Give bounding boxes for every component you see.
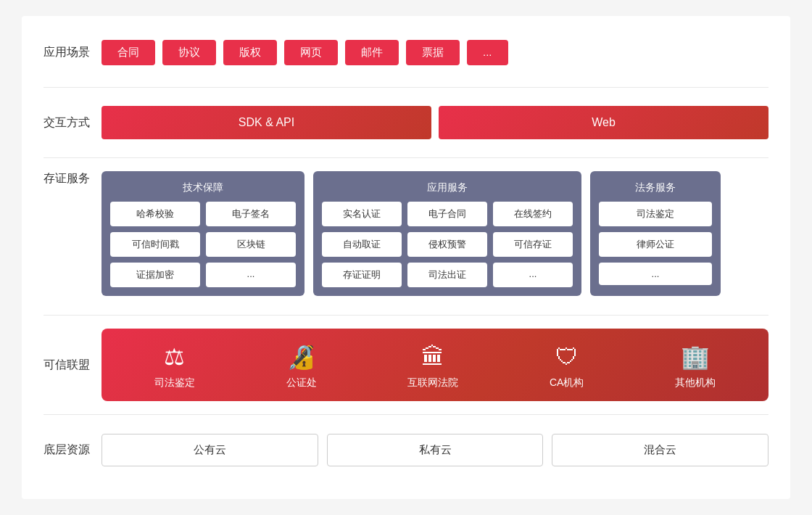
panel-cell: 司法鉴定: [599, 202, 712, 226]
panel-title: 技术保障: [110, 181, 296, 194]
alliance-item: 🔏公证处: [286, 343, 317, 390]
storage-panel-app: 应用服务实名认证电子合同在线签约自动取证侵权预警可信存证存证证明司法出证...: [313, 171, 581, 296]
panel-cell: ...: [599, 263, 712, 285]
resource-label: 底层资源: [44, 442, 102, 458]
scene-tag: ...: [467, 40, 508, 65]
main-diagram: 应用场景 合同协议版权网页邮件票据... 交互方式 SDK & APIWeb 存…: [22, 16, 790, 499]
panel-cell: 电子签名: [206, 202, 296, 226]
storage-label: 存证服务: [44, 171, 102, 186]
panel-cell: 律师公证: [599, 232, 712, 257]
alliance-box: ⚖司法鉴定🔏公证处🏛互联网法院🛡CA机构🏢其他机构: [102, 329, 768, 401]
scene-tag: 票据: [406, 40, 460, 65]
alliance-row: 可信联盟 ⚖司法鉴定🔏公证处🏛互联网法院🛡CA机构🏢其他机构: [44, 329, 768, 401]
panel-cell: 可信存证: [493, 232, 573, 257]
interact-label: 交互方式: [44, 115, 102, 131]
storage-row: 存证服务 技术保障哈希校验电子签名可信时间戳区块链证据加密...应用服务实名认证…: [44, 171, 768, 302]
panel-cell: 司法出证: [407, 263, 487, 287]
alliance-icon: 🏢: [681, 343, 710, 371]
alliance-item-label: 其他机构: [675, 376, 716, 390]
alliance-icon: 🏛: [421, 344, 444, 371]
alliance-item-label: CA机构: [550, 376, 584, 390]
panel-grid: 司法鉴定律师公证...: [599, 202, 712, 285]
resource-item: 混合云: [552, 434, 768, 466]
interact-options: SDK & APIWeb: [102, 106, 768, 139]
scene-tag: 合同: [102, 40, 155, 65]
panel-cell: 哈希校验: [110, 202, 200, 226]
panel-cell: 侵权预警: [407, 232, 487, 257]
resource-item: 公有云: [102, 434, 318, 466]
scene-tag: 邮件: [345, 40, 399, 65]
storage-content: 技术保障哈希校验电子签名可信时间戳区块链证据加密...应用服务实名认证电子合同在…: [102, 171, 768, 296]
alliance-item-label: 司法鉴定: [154, 376, 195, 390]
panel-grid: 哈希校验电子签名可信时间戳区块链证据加密...: [110, 202, 296, 287]
resource-item: 私有云: [327, 434, 544, 466]
storage-panel-tech: 技术保障哈希校验电子签名可信时间戳区块链证据加密...: [102, 171, 304, 296]
panel-cell: 存证证明: [322, 263, 402, 287]
interact-option: SDK & API: [102, 106, 431, 139]
scene-label: 应用场景: [44, 45, 102, 60]
interact-row: 交互方式 SDK & APIWeb: [44, 101, 768, 144]
alliance-label: 可信联盟: [44, 358, 102, 373]
scene-content: 合同协议版权网页邮件票据...: [102, 40, 768, 65]
resource-content: 公有云私有云混合云: [102, 434, 768, 466]
panel-cell: 区块链: [206, 232, 296, 257]
alliance-item-label: 互联网法院: [407, 376, 458, 390]
panel-cell: 在线签约: [493, 202, 573, 226]
interact-content: SDK & APIWeb: [102, 106, 768, 139]
alliance-icon: 🔏: [287, 343, 316, 371]
scene-tag: 版权: [223, 40, 277, 65]
panel-cell: 自动取证: [322, 232, 402, 257]
resource-row: 底层资源 公有云私有云混合云: [44, 428, 768, 471]
storage-panel-legal: 法务服务司法鉴定律师公证...: [590, 171, 721, 296]
storage-panels: 技术保障哈希校验电子签名可信时间戳区块链证据加密...应用服务实名认证电子合同在…: [102, 171, 768, 296]
alliance-item: ⚖司法鉴定: [154, 343, 195, 390]
alliance-item: 🏛互联网法院: [407, 344, 458, 390]
panel-title: 法务服务: [599, 181, 712, 194]
scene-row: 应用场景 合同协议版权网页邮件票据...: [44, 30, 768, 74]
panel-cell: ...: [493, 263, 573, 287]
panel-grid: 实名认证电子合同在线签约自动取证侵权预警可信存证存证证明司法出证...: [322, 202, 573, 287]
resource-options: 公有云私有云混合云: [102, 434, 768, 466]
alliance-icon: ⚖: [164, 343, 185, 371]
panel-cell: 证据加密: [110, 263, 200, 287]
alliance-item: 🏢其他机构: [675, 343, 716, 390]
alliance-content: ⚖司法鉴定🔏公证处🏛互联网法院🛡CA机构🏢其他机构: [102, 329, 768, 401]
scene-tag: 网页: [284, 40, 338, 65]
panel-cell: 电子合同: [407, 202, 487, 226]
interact-option: Web: [439, 106, 768, 139]
panel-title: 应用服务: [322, 181, 573, 194]
alliance-item: 🛡CA机构: [550, 344, 584, 390]
panel-cell: 可信时间戳: [110, 232, 200, 257]
scene-tag: 协议: [162, 40, 216, 65]
panel-cell: 实名认证: [322, 202, 402, 226]
alliance-item-label: 公证处: [286, 376, 317, 390]
panel-cell: ...: [206, 263, 296, 287]
scene-tags: 合同协议版权网页邮件票据...: [102, 40, 768, 65]
alliance-icon: 🛡: [555, 344, 579, 371]
